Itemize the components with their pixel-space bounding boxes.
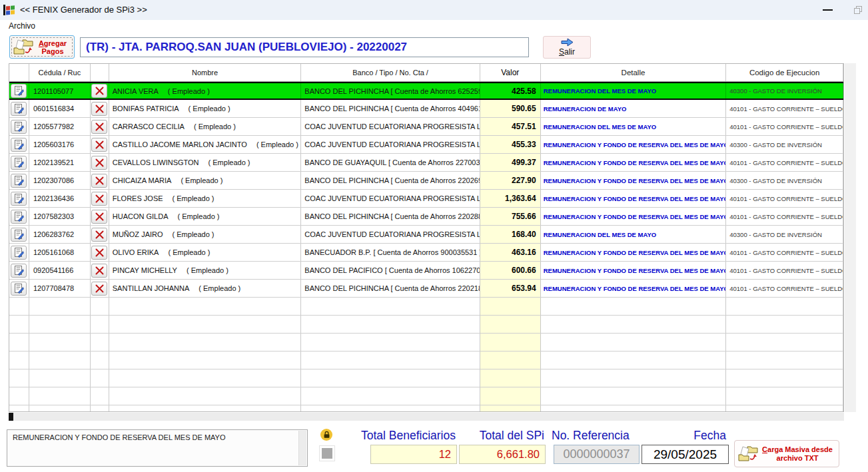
row-valor: 590.65	[480, 100, 541, 117]
edit-form-icon	[14, 230, 24, 240]
empty-row	[9, 352, 843, 369]
restore-button[interactable]	[845, 0, 868, 20]
detalle-scrollbar[interactable]	[298, 431, 306, 465]
row-edit-button[interactable]	[11, 264, 27, 278]
table-row[interactable]: 1202136436FLORES JOSE( Empleado )COAC JU…	[9, 190, 843, 208]
row-detalle: REMUNERACION DEL MES DE MAYO	[541, 83, 727, 99]
table-row[interactable]: 0601516834BONIFAS PATRICIA( Empleado )BA…	[9, 100, 843, 118]
row-edit-button[interactable]	[11, 192, 27, 206]
row-valor: 499.37	[480, 154, 541, 171]
table-row[interactable]: 1202139521CEVALLOS LIWINSGTON( Empleado …	[9, 154, 843, 172]
edit-form-icon	[14, 122, 24, 132]
row-codigo: 40101 - GASTO CORRIENTE – SUELDOS	[726, 154, 843, 171]
row-cedula: 1205577982	[29, 118, 91, 135]
row-delete-button[interactable]	[91, 228, 107, 242]
vertical-scrollbar[interactable]	[845, 63, 856, 412]
table-body: 1201105077ANICIA VERA( Empleado )BANCO D…	[9, 82, 843, 412]
row-detalle: REMUNERACION Y FONDO DE RESERVA DEL MES …	[541, 136, 727, 153]
row-nombre: CEVALLOS LIWINSGTON( Empleado )	[109, 154, 302, 171]
row-codigo: 40101 - GASTO CORRIENTE – SUELDOS	[726, 100, 843, 117]
table-row[interactable]: 1205577982CARRASCO CECILIA( Empleado )CO…	[9, 118, 843, 136]
row-nombre: OLIVO ERIKA( Empleado )	[109, 244, 302, 261]
row-delete-button[interactable]	[91, 192, 107, 206]
row-valor: 1,363.64	[480, 190, 541, 207]
salir-button[interactable]: Salir	[543, 36, 591, 59]
row-valor: 653.94	[480, 280, 541, 297]
row-nombre: ANICIA VERA( Empleado )	[109, 83, 302, 99]
row-delete-button[interactable]	[91, 282, 107, 296]
horizontal-scrollbar[interactable]	[9, 413, 844, 421]
table-row[interactable]: 1207708478SANTILLAN JOHANNA( Empleado )B…	[9, 280, 843, 298]
table-row[interactable]: 1202307086CHICAIZA MARIA( Empleado )BANC…	[9, 172, 843, 190]
row-banco: BANCO DEL PICHINCHA [ Cuenta de Ahorros …	[301, 280, 480, 297]
detalle-textarea[interactable]: REMUNERACION Y FONDO DE RESERVA DEL MES …	[7, 429, 308, 467]
row-edit-button[interactable]	[11, 102, 27, 116]
row-edit-button[interactable]	[11, 228, 27, 242]
row-nombre: CASTILLO JACOME MARLON JACINTO( Empleado…	[109, 136, 302, 153]
row-detalle: REMUNERACION Y FONDO DE RESERVA DEL MES …	[541, 262, 727, 279]
row-codigo: 40300 - GASTO DE INVERSIÓN	[726, 226, 843, 243]
row-nombre: CARRASCO CECILIA( Empleado )	[109, 118, 302, 135]
header-codigo: Codigo de Ejecucion	[726, 64, 843, 81]
empty-row	[9, 316, 843, 334]
row-cedula: 1202136436	[29, 190, 91, 207]
entity-field[interactable]	[80, 37, 529, 57]
row-valor: 463.16	[480, 244, 541, 261]
lock-icon	[320, 429, 332, 441]
table-row[interactable]: 1207582303HUACON GILDA( Empleado )BANCO …	[9, 208, 843, 226]
row-delete-button[interactable]	[91, 174, 107, 188]
menu-archivo[interactable]: Archivo	[6, 20, 38, 33]
delete-x-icon	[95, 176, 104, 185]
minimize-button[interactable]	[814, 0, 841, 20]
row-detalle: REMUNERACION DEL MES DE MAYO	[541, 226, 727, 243]
row-valor: 168.40	[480, 226, 541, 243]
minimize-icon	[823, 9, 833, 11]
row-delete-button[interactable]	[91, 120, 107, 134]
row-delete-button[interactable]	[91, 264, 107, 278]
header-delete-col	[91, 64, 109, 81]
horizontal-scrollbar-thumb[interactable]	[9, 413, 13, 421]
edit-form-icon	[14, 158, 24, 168]
row-cedula: 0601516834	[29, 100, 91, 117]
row-delete-button[interactable]	[91, 210, 107, 224]
row-codigo: 40300 - GASTO DE INVERSIÓN	[726, 83, 843, 99]
row-valor: 755.66	[480, 208, 541, 225]
edit-form-icon	[14, 248, 24, 258]
row-edit-button[interactable]	[11, 174, 27, 188]
carga-masiva-button[interactable]: Carga Masiva desdearchivo TXT	[734, 440, 839, 467]
table-row[interactable]: 1206283762MUÑOZ JAIRO( Empleado )COAC JU…	[9, 226, 843, 244]
table-row[interactable]: 0920541166PINCAY MICHELLY( Empleado )BAN…	[9, 262, 843, 280]
title-bar: << FENIX Generador de SPi3 >>	[0, 0, 868, 20]
row-banco: COAC JUVENTUD ECUATORIANA PROGRESISTA LT…	[301, 190, 480, 207]
fecha-field[interactable]: 29/05/2025	[642, 445, 729, 464]
table-row[interactable]: 1201105077ANICIA VERA( Empleado )BANCO D…	[9, 82, 843, 100]
row-delete-button[interactable]	[91, 246, 107, 260]
row-banco: COAC JUVENTUD ECUATORIANA PROGRESISTA LT…	[301, 118, 480, 135]
row-edit-button[interactable]	[11, 84, 27, 98]
exit-arrow-icon	[560, 38, 574, 47]
row-edit-button[interactable]	[11, 120, 27, 134]
table-row[interactable]: 1205603176CASTILLO JACOME MARLON JACINTO…	[9, 136, 843, 154]
row-delete-button[interactable]	[91, 84, 107, 98]
row-delete-button[interactable]	[91, 156, 107, 170]
table-row[interactable]: 1205161068OLIVO ERIKA( Empleado )BANECUA…	[9, 244, 843, 262]
row-edit-button[interactable]	[11, 138, 27, 152]
table-header: Cédula / Ruc Nombre Banco / Tipo / No. C…	[9, 64, 843, 82]
row-edit-button[interactable]	[11, 210, 27, 224]
header-banco: Banco / Tipo / No. Cta /	[301, 64, 480, 81]
row-delete-button[interactable]	[91, 138, 107, 152]
gray-square-button[interactable]	[319, 445, 335, 461]
row-codigo: 40101 - GASTO CORRIENTE – SUELDOS	[726, 208, 843, 225]
row-delete-button[interactable]	[91, 102, 107, 116]
delete-x-icon	[95, 230, 104, 239]
agregar-pagos-label: AgregarPagos	[34, 39, 71, 55]
row-cedula: 1207582303	[29, 208, 91, 225]
row-edit-button[interactable]	[11, 156, 27, 170]
row-edit-button[interactable]	[11, 246, 27, 260]
row-nombre: HUACON GILDA( Empleado )	[109, 208, 302, 225]
row-banco: BANCO DEL PICHINCHA [ Cuenta de Ahorros …	[301, 83, 480, 99]
row-nombre: CHICAIZA MARIA( Empleado )	[109, 172, 302, 189]
agregar-pagos-button[interactable]: AgregarPagos	[9, 35, 75, 59]
row-edit-button[interactable]	[11, 282, 27, 296]
delete-x-icon	[95, 284, 104, 293]
